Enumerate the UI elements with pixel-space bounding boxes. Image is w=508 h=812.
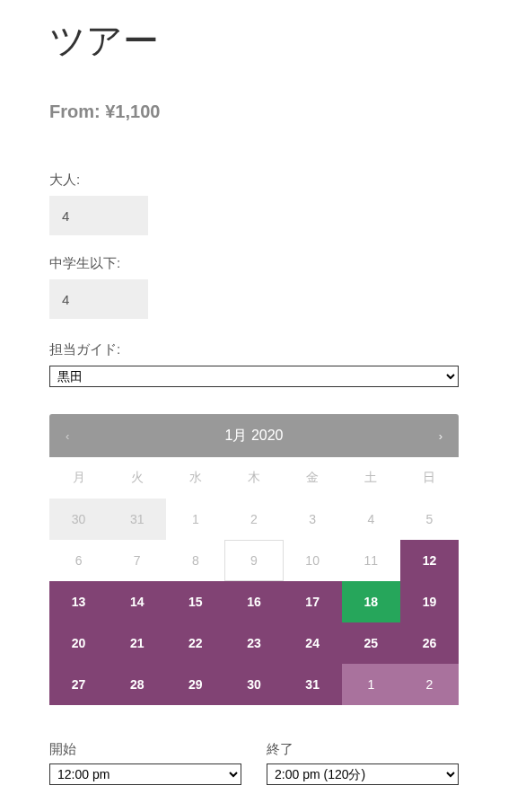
calendar-header: ‹ 1月 2020 › bbox=[49, 414, 459, 457]
end-time-label: 終了 bbox=[267, 741, 459, 758]
calendar-day[interactable]: 1 bbox=[342, 664, 400, 705]
calendar-day[interactable]: 7 bbox=[108, 540, 166, 581]
guide-field-group: 担当ガイド: 黒田 bbox=[49, 341, 459, 387]
guide-select[interactable]: 黒田 bbox=[49, 366, 459, 387]
calendar-prev-icon[interactable]: ‹ bbox=[66, 429, 69, 443]
calendar-day[interactable]: 5 bbox=[400, 499, 459, 540]
calendar-day[interactable]: 3 bbox=[284, 499, 342, 540]
calendar-day[interactable]: 24 bbox=[284, 622, 342, 664]
child-label: 中学生以下: bbox=[49, 255, 459, 272]
calendar-day[interactable]: 20 bbox=[49, 622, 108, 664]
calendar-day[interactable]: 22 bbox=[166, 622, 224, 664]
page-title: ツアー bbox=[49, 16, 459, 66]
calendar-day[interactable]: 13 bbox=[49, 581, 108, 622]
calendar-dow-row: 月火水木金土日 bbox=[49, 457, 459, 499]
calendar-month-label: 1月 2020 bbox=[225, 427, 284, 446]
calendar-day[interactable]: 28 bbox=[108, 664, 166, 705]
calendar-day[interactable]: 26 bbox=[400, 622, 459, 664]
calendar-dow: 火 bbox=[108, 457, 166, 499]
end-time-col: 終了 2:00 pm (120分) bbox=[267, 741, 459, 785]
calendar-dow: 日 bbox=[400, 457, 459, 499]
calendar-day[interactable]: 1 bbox=[166, 499, 224, 540]
time-row: 開始 12:00 pm 終了 2:00 pm (120分) bbox=[49, 741, 459, 785]
adult-label: 大人: bbox=[49, 172, 459, 189]
calendar-day[interactable]: 17 bbox=[284, 581, 342, 622]
calendar-dow: 土 bbox=[342, 457, 400, 499]
calendar-days-grid: 3031123456789101112131415161718192021222… bbox=[49, 499, 459, 705]
price-value: ¥1,100 bbox=[105, 102, 160, 121]
calendar-day[interactable]: 11 bbox=[342, 540, 400, 581]
child-field-group: 中学生以下: bbox=[49, 255, 459, 319]
calendar-day[interactable]: 25 bbox=[342, 622, 400, 664]
calendar-dow: 金 bbox=[284, 457, 342, 499]
calendar-day[interactable]: 8 bbox=[166, 540, 224, 581]
calendar-dow: 木 bbox=[224, 457, 283, 499]
adult-input[interactable] bbox=[49, 196, 148, 235]
calendar-day[interactable]: 27 bbox=[49, 664, 108, 705]
calendar-day[interactable]: 29 bbox=[166, 664, 224, 705]
calendar-dow: 月 bbox=[49, 457, 108, 499]
calendar-day[interactable]: 12 bbox=[400, 540, 459, 581]
price-prefix: From: bbox=[49, 102, 105, 121]
calendar-day[interactable]: 31 bbox=[108, 499, 166, 540]
calendar-day[interactable]: 4 bbox=[342, 499, 400, 540]
start-time-label: 開始 bbox=[49, 741, 241, 758]
calendar-day[interactable]: 18 bbox=[342, 581, 400, 622]
calendar-day[interactable]: 19 bbox=[400, 581, 459, 622]
end-time-select[interactable]: 2:00 pm (120分) bbox=[267, 763, 459, 785]
child-input[interactable] bbox=[49, 279, 148, 319]
calendar-day[interactable]: 15 bbox=[166, 581, 224, 622]
adult-field-group: 大人: bbox=[49, 172, 459, 235]
guide-label: 担当ガイド: bbox=[49, 341, 459, 358]
start-time-col: 開始 12:00 pm bbox=[49, 741, 241, 785]
calendar-day[interactable]: 2 bbox=[400, 664, 459, 705]
calendar-day[interactable]: 30 bbox=[49, 499, 108, 540]
calendar: ‹ 1月 2020 › 月火水木金土日 30311234567891011121… bbox=[49, 414, 459, 705]
calendar-day[interactable]: 31 bbox=[284, 664, 342, 705]
calendar-day[interactable]: 6 bbox=[49, 540, 108, 581]
calendar-day[interactable]: 30 bbox=[224, 664, 283, 705]
calendar-day[interactable]: 10 bbox=[284, 540, 342, 581]
calendar-dow: 水 bbox=[166, 457, 224, 499]
calendar-day[interactable]: 9 bbox=[224, 540, 283, 581]
start-time-select[interactable]: 12:00 pm bbox=[49, 763, 241, 785]
calendar-day[interactable]: 21 bbox=[108, 622, 166, 664]
calendar-day[interactable]: 2 bbox=[224, 499, 283, 540]
calendar-day[interactable]: 14 bbox=[108, 581, 166, 622]
calendar-day[interactable]: 23 bbox=[224, 622, 283, 664]
calendar-day[interactable]: 16 bbox=[224, 581, 283, 622]
price-line: From: ¥1,100 bbox=[49, 102, 459, 122]
calendar-next-icon[interactable]: › bbox=[439, 429, 442, 443]
